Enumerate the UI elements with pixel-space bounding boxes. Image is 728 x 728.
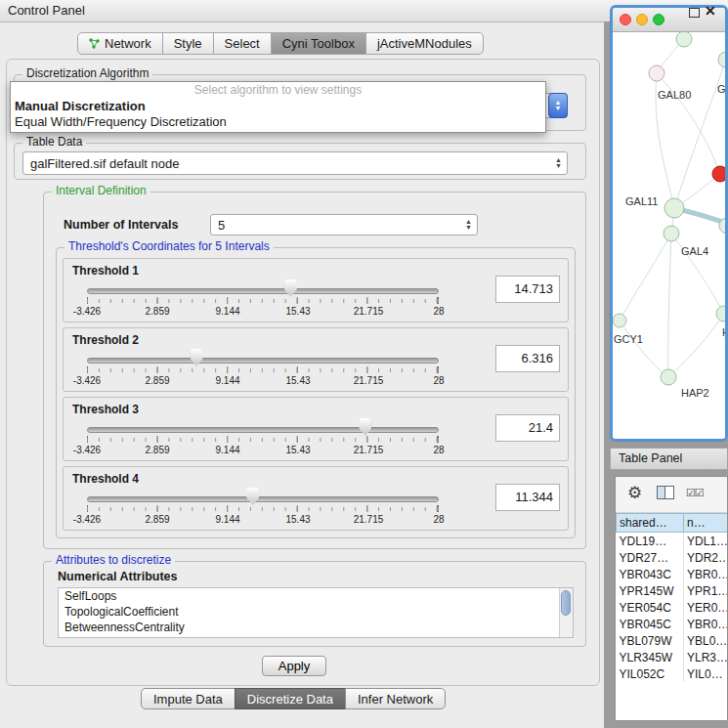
scale-label: 21.715	[354, 514, 384, 525]
table-row[interactable]: YPR145WYPR1…	[617, 582, 728, 599]
table-cell[interactable]: YDL1…	[684, 533, 728, 550]
scale-label: 9.144	[215, 375, 239, 386]
network-node[interactable]	[664, 226, 679, 241]
table-cell[interactable]: YLR3…	[684, 649, 728, 665]
slider-track[interactable]	[87, 288, 439, 294]
table-cell[interactable]: YLR345W	[617, 649, 684, 665]
close-panel-icon[interactable]: ✕	[705, 3, 716, 19]
network-node[interactable]	[661, 369, 676, 385]
scrollbar-thumb[interactable]	[561, 590, 571, 616]
threshold-value-field[interactable]: 14.713	[495, 276, 560, 303]
table-row[interactable]: YER054CYER0…	[617, 599, 728, 616]
table-cell[interactable]: YBR0…	[684, 566, 728, 582]
threshold-value-field[interactable]: 6.316	[495, 345, 560, 372]
slider-thumb[interactable]	[284, 279, 297, 297]
slider-track[interactable]	[87, 358, 439, 364]
tab-style[interactable]: Style	[162, 32, 214, 55]
zoom-traffic-light-icon[interactable]	[653, 14, 664, 25]
table-cell[interactable]: YPR145W	[617, 582, 684, 599]
tab-impute-data[interactable]: Impute Data	[141, 688, 236, 709]
apply-button[interactable]: Apply	[262, 656, 326, 676]
network-canvas[interactable]: GAL80GAGAL11GAL4GCY1HAP2H	[613, 32, 725, 440]
num-intervals-value: 5	[218, 218, 225, 233]
scale-label: -3.426	[73, 445, 101, 455]
table-cell[interactable]: YER054C	[617, 599, 684, 616]
table-row[interactable]: YLR345WYLR3…	[617, 649, 728, 665]
network-node[interactable]	[712, 166, 725, 182]
table-cell[interactable]: YDL19…	[617, 533, 684, 550]
tab-infer-network[interactable]: Infer Network	[345, 688, 446, 709]
attribute-item[interactable]: TopologicalCoefficient	[59, 604, 573, 620]
columns-icon[interactable]	[657, 486, 674, 503]
num-intervals-label: Number of Intervals	[64, 218, 178, 232]
tab-select[interactable]: Select	[213, 32, 272, 55]
table-body: YDL19…YDL1…YDR27…YDR2…YBR043CYBR0…YPR145…	[617, 533, 728, 683]
threshold-slider[interactable]: -3.4262.8599.14415.4321.71528	[87, 415, 439, 458]
tab-jactivemnodules[interactable]: jActiveMNodules	[365, 32, 484, 55]
table-cell[interactable]: YBL079W	[617, 632, 684, 649]
minimize-traffic-light-icon[interactable]	[636, 14, 648, 25]
threshold-value-field[interactable]: 21.4	[495, 414, 560, 442]
network-node[interactable]	[718, 52, 725, 67]
table-panel-titlebar[interactable]: Table Panel	[610, 448, 728, 470]
table-cell[interactable]: YBR0…	[684, 616, 728, 632]
table-cell[interactable]: YBL0…	[684, 632, 728, 649]
table-row[interactable]: YDL19…YDL1…	[617, 533, 728, 550]
table-data-select[interactable]: galFiltered.sif default node ▲▼	[22, 151, 568, 175]
table-cell[interactable]: YPR1…	[684, 582, 728, 599]
slider-thumb[interactable]	[191, 349, 203, 366]
table-cell[interactable]: YIL052C	[617, 665, 684, 682]
scale-label: 2.859	[145, 445, 169, 455]
combo-stepper[interactable]: ▲▼	[548, 93, 568, 118]
slider-ticks	[87, 436, 439, 443]
slider-thumb[interactable]	[359, 418, 371, 436]
close-traffic-light-icon[interactable]	[620, 14, 631, 25]
tab-cyni-toolbox[interactable]: Cyni Toolbox	[271, 32, 366, 55]
attribute-item[interactable]: SelfLoops	[59, 588, 573, 604]
table-cell[interactable]: YDR27…	[617, 549, 684, 566]
threshold-slider[interactable]: -3.4262.8599.14415.4321.71528	[87, 277, 439, 320]
table-row[interactable]: YDR27…YDR2…	[617, 549, 728, 566]
table-cell[interactable]: YBR043C	[617, 566, 684, 582]
table-cell[interactable]: YDR2…	[684, 549, 728, 566]
numerical-attributes-list[interactable]: SelfLoopsTopologicalCoefficientBetweenne…	[58, 587, 574, 638]
threshold-slider[interactable]: -3.4262.8599.14415.4321.71528	[87, 485, 439, 528]
threshold-slider[interactable]: -3.4262.8599.14415.4321.71528	[87, 346, 439, 389]
dropdown-option[interactable]: Equal Width/Frequency Discretization	[11, 114, 545, 130]
network-node[interactable]	[613, 314, 626, 327]
slider-thumb[interactable]	[246, 488, 259, 505]
scale-label: 2.859	[145, 306, 169, 317]
network-node[interactable]	[664, 198, 684, 218]
network-graph[interactable]: GAL80GAGAL11GAL4GCY1HAP2H	[613, 32, 725, 440]
network-node[interactable]	[716, 306, 725, 321]
network-node[interactable]	[649, 65, 664, 81]
threshold-value-field[interactable]: 11.344	[495, 484, 560, 511]
slider-track[interactable]	[87, 496, 439, 502]
select-columns-icon[interactable]: ☑☑	[686, 487, 704, 499]
slider-track[interactable]	[87, 427, 439, 433]
table-row[interactable]: YBL079WYBL0…	[617, 632, 728, 649]
table-cell[interactable]: YER0…	[684, 599, 728, 616]
tab-discretize-data[interactable]: Discretize Data	[235, 688, 346, 709]
node-label: GAL4	[681, 245, 708, 257]
scale-label: -3.426	[73, 306, 101, 317]
num-intervals-select[interactable]: 5 ▲▼	[210, 214, 478, 236]
dropdown-option[interactable]: Manual Discretization	[11, 99, 545, 114]
settings-gear-icon[interactable]: ⚙	[627, 483, 642, 503]
column-header[interactable]: shared…	[617, 514, 684, 533]
tab-label: Style	[174, 36, 202, 51]
selected-table: galFiltered.sif default node	[30, 156, 179, 171]
table-cell[interactable]: YBR045C	[617, 616, 684, 632]
tab-network[interactable]: Network	[77, 32, 163, 55]
network-edge	[668, 234, 671, 377]
table-row[interactable]: YBR043CYBR0…	[617, 566, 728, 582]
table-row[interactable]: YBR045CYBR0…	[617, 616, 728, 632]
attribute-item[interactable]: BetweennessCentrality	[59, 620, 573, 635]
column-header[interactable]: n…	[684, 514, 728, 533]
table-cell[interactable]: YIL0…	[684, 665, 728, 682]
network-node[interactable]	[676, 32, 692, 47]
float-window-icon[interactable]	[689, 8, 700, 18]
table-row[interactable]: YIL052CYIL0…	[617, 665, 728, 682]
group-title: Discretization Algorithm	[22, 66, 152, 80]
attributes-scrollbar[interactable]	[559, 588, 573, 637]
